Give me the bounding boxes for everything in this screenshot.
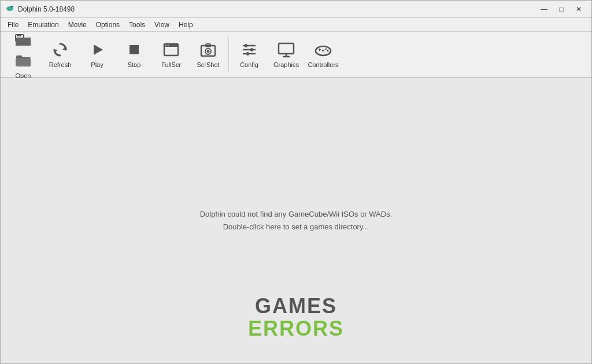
app-icon xyxy=(5,3,14,14)
controllers-label: Controllers xyxy=(308,61,338,68)
svg-point-2 xyxy=(12,6,13,7)
svg-point-20 xyxy=(207,50,210,53)
menu-movie[interactable]: Movie xyxy=(64,20,91,30)
close-button[interactable]: ✕ xyxy=(571,3,587,16)
svg-rect-6 xyxy=(17,35,21,36)
play-label: Play xyxy=(91,61,103,68)
fullscr-button[interactable]: FullScr xyxy=(153,34,189,75)
config-label: Config xyxy=(240,61,258,68)
menu-options[interactable]: Options xyxy=(91,20,124,30)
controllers-button[interactable]: Controllers xyxy=(305,34,341,75)
empty-message: Dolphin could not find any GameCube/Wii … xyxy=(200,208,393,233)
svg-marker-11 xyxy=(94,44,103,55)
title-bar: Dolphin 5.0-18498 — □ ✕ xyxy=(1,1,591,18)
stop-button[interactable]: Stop xyxy=(116,34,152,75)
open-button[interactable]: Open xyxy=(5,34,41,75)
svg-rect-26 xyxy=(246,52,249,55)
watermark-errors: ERRORS xyxy=(248,317,344,340)
graphics-button[interactable]: Graphics xyxy=(268,34,304,75)
open-icon xyxy=(14,30,32,70)
svg-rect-5 xyxy=(16,38,31,46)
svg-rect-35 xyxy=(322,50,324,51)
stop-label: Stop xyxy=(128,61,141,68)
title-bar-left: Dolphin 5.0-18498 xyxy=(5,3,75,14)
graphics-icon xyxy=(277,40,295,59)
svg-rect-25 xyxy=(250,48,253,51)
window-title: Dolphin 5.0-18498 xyxy=(18,5,75,13)
fullscr-icon xyxy=(162,40,180,59)
svg-point-34 xyxy=(327,50,329,52)
main-content[interactable]: Dolphin could not find any GameCube/Wii … xyxy=(1,78,591,363)
empty-line1: Dolphin could not find any GameCube/Wii … xyxy=(200,208,393,221)
svg-point-1 xyxy=(10,6,13,8)
svg-point-16 xyxy=(168,44,169,46)
play-icon xyxy=(88,40,106,59)
refresh-label: Refresh xyxy=(49,61,72,68)
svg-point-33 xyxy=(325,49,327,50)
title-bar-controls: — □ ✕ xyxy=(536,3,587,16)
play-button[interactable]: Play xyxy=(79,34,115,75)
scrshot-label: ScrShot xyxy=(197,61,219,68)
scrshot-button[interactable]: ScrShot xyxy=(190,34,226,75)
fullscr-label: FullScr xyxy=(161,61,181,68)
svg-rect-8 xyxy=(16,58,31,66)
menu-view[interactable]: View xyxy=(150,20,174,30)
controllers-icon xyxy=(314,40,332,59)
toolbar: Open Refresh Play xyxy=(1,32,591,78)
scrshot-icon xyxy=(199,40,217,59)
app-window: Dolphin 5.0-18498 — □ ✕ File Emulation M… xyxy=(0,0,592,364)
config-icon xyxy=(240,40,258,59)
menu-file[interactable]: File xyxy=(3,20,23,30)
menu-bar: File Emulation Movie Options Tools View … xyxy=(1,18,591,32)
watermark: GAMES ERRORS xyxy=(248,295,344,340)
svg-rect-24 xyxy=(245,44,247,47)
refresh-icon xyxy=(51,40,69,59)
menu-tools[interactable]: Tools xyxy=(124,20,150,30)
minimize-button[interactable]: — xyxy=(536,3,552,16)
menu-emulation[interactable]: Emulation xyxy=(23,20,63,30)
menu-help[interactable]: Help xyxy=(174,20,198,30)
toolbar-separator xyxy=(228,37,229,72)
svg-rect-27 xyxy=(279,43,294,54)
maximize-button[interactable]: □ xyxy=(553,3,569,16)
svg-rect-12 xyxy=(130,45,139,54)
stop-icon xyxy=(125,40,143,59)
refresh-button[interactable]: Refresh xyxy=(42,34,78,75)
svg-point-15 xyxy=(165,44,166,46)
empty-line2: Double-click here to set a games directo… xyxy=(200,221,393,233)
watermark-games: GAMES xyxy=(248,295,344,318)
graphics-label: Graphics xyxy=(273,61,299,68)
config-button[interactable]: Config xyxy=(231,34,267,75)
